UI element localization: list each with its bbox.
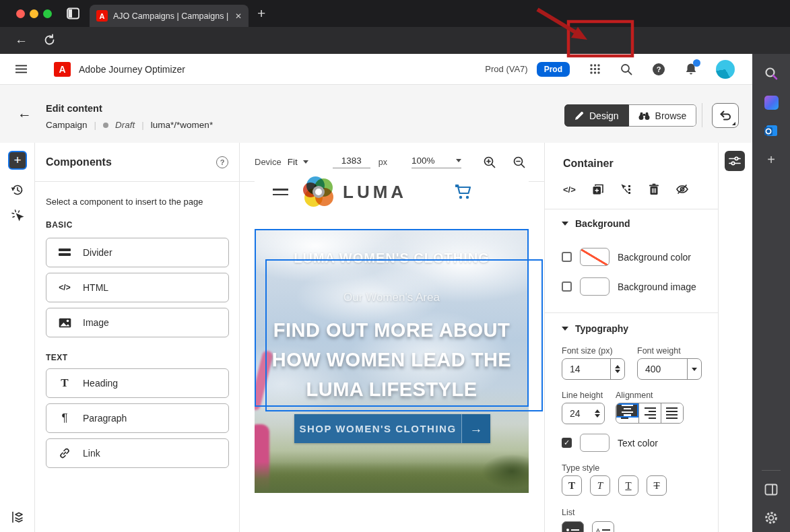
components-panel-title: Components [46,156,112,168]
undo-icon [719,110,732,121]
alignment-group [616,403,684,424]
component-card-html[interactable]: </> HTML [46,273,229,302]
notifications-bell-icon[interactable] [685,63,697,75]
shop-cta-button[interactable]: SHOP WOMEN'S CLOTHING → [294,414,490,443]
status-badge: Draft [115,120,135,130]
hero-subtitle-text: Our Women's Area [255,291,529,304]
container-settings-panel: Container </> Background [544,143,718,532]
sidebar-outlook-icon[interactable] [752,119,790,142]
back-icon[interactable]: ← [15,32,28,47]
numbered-list-button[interactable]: 1 [562,521,584,532]
left-rail: + [0,143,35,532]
new-tab-button[interactable]: + [257,5,265,22]
macos-minimize-button[interactable] [30,9,38,18]
text-color-checkbox[interactable]: ✓ [562,438,572,448]
edit-content-header: ← Edit content Campaign | Draft | luma*/… [0,85,752,143]
tab-title: AJO Campaigns | Campaigns | [113,11,230,21]
sidebar-microsoft365-icon[interactable] [752,91,790,114]
undo-button[interactable] [712,103,739,128]
underline-button[interactable]: T [618,475,638,496]
app-switcher-icon[interactable] [590,64,600,74]
environment-badge[interactable]: Prod [537,62,570,77]
background-color-swatch[interactable] [580,248,610,266]
strikethrough-button[interactable]: T [647,475,667,496]
line-height-stepper[interactable]: 24 [562,403,605,424]
help-icon[interactable]: ? [653,63,665,75]
container-panel-title: Container [563,158,614,170]
user-avatar[interactable] [716,60,735,79]
background-color-label: Background color [618,252,691,263]
font-size-stepper[interactable]: 14 [562,358,625,380]
background-image-checkbox[interactable] [562,281,572,292]
paragraph-icon: ¶ [57,411,72,425]
breadcrumb-type[interactable]: Campaign [46,120,88,130]
bold-button[interactable]: T [562,475,582,496]
component-card-link[interactable]: Link [46,438,229,468]
hide-eye-off-icon[interactable] [676,183,689,195]
type-style-label: Type style [562,463,599,473]
font-size-label: Font size (px) [562,346,613,356]
edit-code-icon[interactable]: </> [563,185,576,195]
align-right-button[interactable] [638,403,661,423]
browser-tab[interactable]: A AJO Campaigns | Campaigns | ✕ [90,5,249,27]
cart-icon [455,185,471,199]
device-chevron-icon[interactable] [303,160,308,164]
hero-eyebrow-text: LUMA WOMEN'S CLOTHING [255,251,529,266]
component-settings-toggle-button[interactable] [725,151,745,171]
browse-mode-button[interactable]: Browse [629,104,697,127]
sidebar-settings-gear-icon[interactable] [752,506,790,529]
select-interaction-rail-icon[interactable] [8,206,27,225]
delete-trash-icon[interactable] [649,183,659,195]
device-label: Device [255,157,282,167]
align-left-button[interactable] [616,403,638,423]
sidebar-add-icon[interactable]: + [752,148,790,171]
background-image-swatch[interactable] [580,277,610,296]
components-help-icon[interactable]: ? [216,156,228,168]
layers-rail-icon[interactable] [8,508,27,527]
select-parent-icon[interactable] [620,183,632,195]
background-color-checkbox[interactable] [562,252,572,262]
tab-actions-icon[interactable] [67,7,79,20]
type-style-group: T T T T [562,475,667,496]
refresh-icon[interactable] [43,34,56,46]
status-dot [103,123,108,128]
component-card-heading[interactable]: T Heading [46,368,229,398]
text-color-swatch[interactable] [580,434,610,452]
history-rail-icon[interactable] [8,180,27,199]
header-divider [702,103,702,127]
align-justify-button[interactable] [661,403,683,423]
typography-section-header[interactable]: Typography [562,323,628,334]
duplicate-icon[interactable] [592,183,604,195]
back-arrow-button[interactable]: ← [18,105,32,121]
zoom-out-icon[interactable] [513,156,526,169]
background-image-row: Background image [562,277,696,296]
list-label: List [562,508,574,517]
width-input[interactable]: 1383 [333,156,370,168]
app-menu-icon[interactable] [0,65,42,73]
browser-titlebar: A AJO Campaigns | Campaigns | ✕ + [0,0,790,27]
macos-close-button[interactable] [16,9,25,18]
tab-close-icon[interactable]: ✕ [235,11,242,21]
design-mode-button[interactable]: Design [564,104,629,127]
lettered-list-button[interactable]: A [592,521,614,532]
line-height-label: Line height [562,391,603,400]
component-card-image[interactable]: Image [46,308,229,337]
email-hero-image[interactable]: LUMA WOMEN'S CLOTHING Our Women's Area F… [255,229,529,493]
campaign-name: luma*/*women* [151,120,213,130]
sidebar-search-icon[interactable] [752,62,790,85]
italic-button[interactable]: T [590,475,610,496]
search-icon[interactable] [620,63,632,75]
font-weight-select[interactable]: 400 [637,358,702,380]
macos-zoom-button[interactable] [43,9,52,18]
add-components-rail-button[interactable]: + [8,151,27,170]
sidebar-panel-toggle-icon[interactable] [752,478,790,501]
mode-switcher: Design Browse [564,104,696,127]
component-card-divider[interactable]: Divider [46,238,229,267]
cta-arrow-icon: → [461,414,490,443]
undo-dropdown-corner [732,122,735,125]
zoom-in-icon[interactable] [483,156,496,169]
zoom-select[interactable]: 100% [412,156,461,168]
device-select[interactable]: Fit [288,157,298,167]
background-section-header[interactable]: Background [562,218,630,229]
component-card-paragraph[interactable]: ¶ Paragraph [46,403,229,433]
